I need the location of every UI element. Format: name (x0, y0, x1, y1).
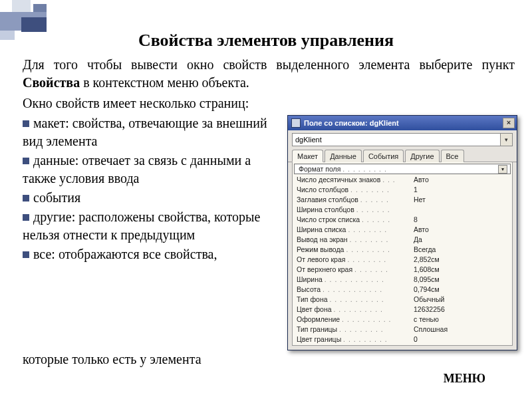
property-row[interactable]: Число строк списка . . . . . . 8 (293, 214, 512, 224)
close-icon[interactable]: × (503, 118, 515, 128)
object-selector[interactable]: ▾ (292, 133, 513, 146)
property-name: Тип фона . . . . . . . . . . . (297, 295, 414, 303)
property-name: Ширина . . . . . . . . . . . . (297, 275, 414, 283)
property-name: От верхнего края . . . . . . . (297, 265, 414, 273)
property-name: Число десятичных знаков . . . (297, 176, 414, 184)
property-value[interactable]: ▾ (416, 165, 507, 174)
menu-link[interactable]: МЕНЮ (444, 372, 485, 386)
property-value[interactable]: Сплошная (414, 325, 509, 333)
property-row[interactable]: Оформление . . . . . . . . . . с тенью (293, 314, 512, 324)
property-value[interactable]: 1,608см (414, 265, 509, 273)
bullet-list: макет: свойства, отвечающие за внешний в… (23, 114, 281, 264)
window-title: Поле со списком: dgKlient (304, 119, 499, 127)
property-value[interactable]: Авто (414, 176, 509, 184)
property-row[interactable]: Высота . . . . . . . . . . . . 0,794см (293, 284, 512, 294)
property-name: Формат поля . . . . . . . . . (299, 165, 416, 173)
property-row[interactable]: Вывод на экран . . . . . . . . Да (293, 234, 512, 244)
decorative-corner (0, 0, 73, 40)
chevron-down-icon[interactable]: ▾ (501, 133, 513, 146)
property-value[interactable]: Всегда (414, 245, 509, 253)
list-item: данные: отвечает за связь с данными а та… (23, 151, 281, 188)
property-value[interactable]: Авто (414, 225, 509, 233)
property-value[interactable]: Да (414, 235, 509, 243)
tail-line: которые только есть у элемента (0, 350, 532, 368)
property-value[interactable]: 1 (414, 186, 509, 194)
list-item: события (23, 188, 281, 207)
property-value[interactable]: 12632256 (414, 305, 509, 313)
property-row[interactable]: Формат поля . . . . . . . . . ▾ (294, 164, 511, 174)
property-value[interactable]: 8 (414, 215, 509, 223)
property-value[interactable]: 0,794см (414, 285, 509, 293)
property-value[interactable]: Обычный (414, 295, 509, 303)
property-name: Цвет границы . . . . . . . . . (297, 335, 414, 343)
property-row[interactable]: Цвет фона . . . . . . . . . . 12632256 (293, 304, 512, 314)
property-value[interactable]: Нет (414, 196, 509, 203)
titlebar[interactable]: Поле со списком: dgKlient × (288, 116, 517, 130)
property-row[interactable]: Заглавия столбцов . . . . . . Нет (293, 194, 512, 204)
property-row[interactable]: Ширина столбцов . . . . . . . (293, 204, 512, 214)
property-row[interactable]: Ширина . . . . . . . . . . . . 8,095см (293, 274, 512, 284)
property-value[interactable]: 2,852см (414, 255, 509, 263)
tabs-bar: Макет Данные События Другие Все (288, 149, 517, 162)
list-item: другие: расположены свойства, которые не… (23, 207, 281, 245)
property-row[interactable]: Режим вывода . . . . . . . . . Всегда (293, 244, 512, 254)
property-name: Ширина столбцов . . . . . . . (297, 205, 414, 213)
chevron-down-icon[interactable]: ▾ (498, 165, 507, 174)
property-name: Тип границы . . . . . . . . . (297, 325, 414, 333)
property-row[interactable]: Ширина списка . . . . . . . . Авто (293, 224, 512, 234)
property-row[interactable]: Цвет границы . . . . . . . . . 0 (293, 334, 512, 344)
tab-events[interactable]: События (363, 150, 404, 162)
property-name: Заглавия столбцов . . . . . . (297, 196, 414, 203)
property-row[interactable]: Тип фона . . . . . . . . . . . Обычный (293, 294, 512, 304)
property-name: Ширина списка . . . . . . . . (297, 225, 414, 233)
properties-window: Поле со списком: dgKlient × ▾ Макет Данн… (287, 115, 517, 350)
tab-other[interactable]: Другие (405, 150, 439, 162)
property-name: Высота . . . . . . . . . . . . (297, 285, 414, 293)
property-value[interactable]: с тенью (414, 315, 509, 323)
property-name: Число столбцов . . . . . . . . (297, 186, 414, 194)
property-value[interactable]: 8,095см (414, 275, 509, 283)
property-name: Число строк списка . . . . . . (297, 215, 414, 223)
property-row[interactable]: Число десятичных знаков . . . Авто (293, 174, 512, 184)
property-name: Оформление . . . . . . . . . . (297, 315, 414, 323)
window-icon (291, 118, 301, 128)
list-item: все: отображаются все свойства, (23, 245, 281, 264)
page-title: Свойства элементов управления (0, 0, 532, 56)
object-selector-input[interactable] (292, 133, 501, 146)
property-value[interactable]: 0 (414, 335, 509, 343)
property-row[interactable]: Тип границы . . . . . . . . . Сплошная (293, 324, 512, 334)
intro-paragraph: Для того чтобы вывести окно свойств выде… (0, 56, 532, 92)
tab-data[interactable]: Данные (325, 150, 362, 162)
property-name: Цвет фона . . . . . . . . . . (297, 305, 414, 313)
properties-panel: Формат поля . . . . . . . . . ▾Число дес… (292, 162, 513, 346)
property-name: Режим вывода . . . . . . . . . (297, 245, 414, 253)
property-row[interactable]: От левого края . . . . . . . . 2,852см (293, 254, 512, 264)
property-name: Вывод на экран . . . . . . . . (297, 235, 414, 243)
list-item: макет: свойства, отвечающие за внешний в… (23, 114, 281, 151)
tab-all[interactable]: Все (441, 150, 464, 162)
property-row[interactable]: Число столбцов . . . . . . . . 1 (293, 184, 512, 194)
property-name: От левого края . . . . . . . . (297, 255, 414, 263)
subheading: Окно свойств имеет несколько страниц: (0, 92, 532, 114)
property-row[interactable]: От верхнего края . . . . . . . 1,608см (293, 264, 512, 274)
tab-layout[interactable]: Макет (292, 150, 323, 162)
